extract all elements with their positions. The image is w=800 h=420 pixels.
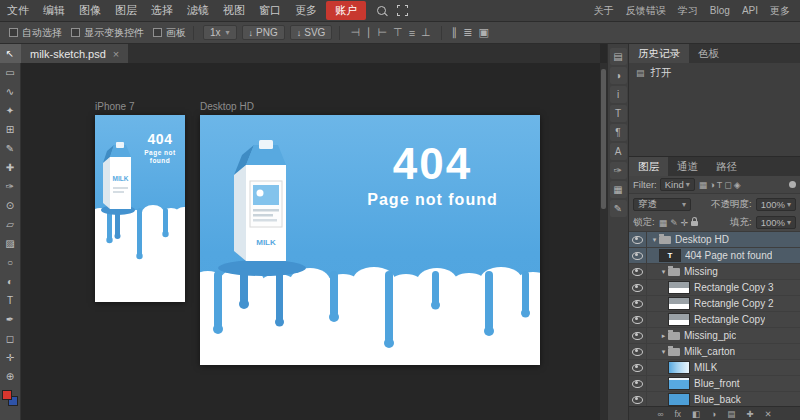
lock-position-icon[interactable]: ✛ bbox=[681, 218, 689, 228]
tab-channels[interactable]: 通道 bbox=[668, 157, 707, 176]
visibility-toggle[interactable] bbox=[629, 232, 647, 247]
visibility-toggle[interactable] bbox=[629, 344, 647, 359]
menu-item[interactable]: 滤镜 bbox=[180, 3, 216, 18]
align-right-icon[interactable]: ⊢ bbox=[374, 26, 390, 39]
layer-row[interactable]: Rectangle Copy 3 bbox=[629, 280, 800, 296]
align-middle-icon[interactable]: ≡ bbox=[406, 27, 418, 39]
color-swatches[interactable] bbox=[2, 390, 18, 406]
eyedropper-tool[interactable]: ✎ bbox=[0, 139, 21, 158]
visibility-toggle[interactable] bbox=[629, 248, 647, 263]
menu-item[interactable]: 文件 bbox=[0, 3, 36, 18]
expand-group-icon[interactable]: ▸ bbox=[659, 332, 668, 340]
blend-mode-select[interactable]: 穿透 ▾ bbox=[633, 198, 691, 211]
link-layers-icon[interactable]: ∞ bbox=[656, 409, 664, 419]
adjustments-panel-icon[interactable]: ◑ bbox=[610, 67, 627, 84]
align-left-icon[interactable]: ⊣ bbox=[347, 26, 363, 39]
new-layer-icon[interactable]: ✚ bbox=[745, 409, 754, 419]
visibility-toggle[interactable] bbox=[629, 296, 647, 311]
layer-thumbnail[interactable] bbox=[668, 377, 690, 390]
adjustment-layer-icon[interactable]: ◑ bbox=[710, 409, 717, 419]
fullscreen-icon[interactable] bbox=[397, 5, 408, 16]
history-entry[interactable]: ▤打开 bbox=[629, 63, 800, 83]
add-mask-icon[interactable]: ◧ bbox=[691, 409, 701, 419]
layer-style-icon[interactable]: fx bbox=[673, 409, 682, 419]
zoom-tool[interactable]: ⊕ bbox=[0, 367, 21, 386]
lock-pixels-icon[interactable]: ✎ bbox=[670, 218, 678, 228]
visibility-toggle[interactable] bbox=[629, 392, 647, 406]
collapse-group-icon[interactable]: ▾ bbox=[659, 268, 668, 276]
artboard-label[interactable]: Desktop HD bbox=[200, 101, 254, 112]
brush-tool[interactable]: ✑ bbox=[0, 177, 21, 196]
new-group-icon[interactable]: ▤ bbox=[726, 409, 736, 419]
paragraph-panel-icon[interactable]: ¶ bbox=[610, 124, 627, 141]
align-top-icon[interactable]: ⊤ bbox=[390, 26, 406, 39]
lasso-tool[interactable]: ∿ bbox=[0, 82, 21, 101]
tab-swatches[interactable]: 色板 bbox=[689, 44, 728, 63]
menubar-link[interactable]: 关于 bbox=[588, 4, 620, 18]
marquee-select-tool[interactable]: ▭ bbox=[0, 63, 21, 82]
option-checkbox[interactable]: 画板 bbox=[153, 26, 186, 40]
menu-item[interactable]: 选择 bbox=[144, 3, 180, 18]
menubar-link[interactable]: 学习 bbox=[672, 4, 704, 18]
glyphs-panel-icon[interactable]: A bbox=[610, 143, 627, 160]
opacity-select[interactable]: 100% ▾ bbox=[756, 198, 796, 211]
tab-paths[interactable]: 路径 bbox=[707, 157, 746, 176]
distribute-vertical-icon[interactable]: ≣ bbox=[460, 26, 475, 39]
scale-select[interactable]: 1x ▾ bbox=[203, 25, 237, 40]
crop-tool[interactable]: ⊞ bbox=[0, 120, 21, 139]
option-checkbox[interactable]: 自动选择 bbox=[9, 26, 62, 40]
notes-panel-icon[interactable]: ✎ bbox=[610, 200, 627, 217]
layer-row[interactable]: ▾Missing bbox=[629, 264, 800, 280]
checkbox-icon[interactable] bbox=[71, 28, 80, 37]
visibility-toggle[interactable] bbox=[629, 264, 647, 279]
visibility-toggle[interactable] bbox=[629, 328, 647, 343]
option-checkbox[interactable]: 显示变换控件 bbox=[71, 26, 144, 40]
character-panel-icon[interactable]: T bbox=[610, 105, 627, 122]
arrange-icon[interactable]: ▣ bbox=[475, 26, 491, 39]
align-bottom-icon[interactable]: ⊥ bbox=[418, 26, 434, 39]
tab-layers[interactable]: 图层 bbox=[629, 157, 668, 176]
layer-thumbnail[interactable] bbox=[668, 393, 690, 406]
distribute-horizontal-icon[interactable]: ∥ bbox=[449, 26, 461, 39]
gradient-tool[interactable]: ▨ bbox=[0, 234, 21, 253]
fill-select[interactable]: 100% ▾ bbox=[756, 216, 796, 229]
visibility-toggle[interactable] bbox=[629, 376, 647, 391]
blur-tool[interactable]: ○ bbox=[0, 253, 21, 272]
layer-thumbnail[interactable] bbox=[668, 313, 690, 326]
layer-row[interactable]: ▾Desktop HD bbox=[629, 232, 800, 248]
export-svg-button[interactable]: ↓SVG bbox=[290, 25, 333, 40]
menu-item[interactable]: 图像 bbox=[72, 3, 108, 18]
account-button[interactable]: 账户 bbox=[326, 1, 366, 20]
clone-stamp-tool[interactable]: ⊙ bbox=[0, 196, 21, 215]
canvas-vertical-scrollbar[interactable] bbox=[600, 63, 607, 420]
document-tab[interactable]: milk-sketch.psd × bbox=[21, 44, 128, 63]
layer-row[interactable]: Blue_back bbox=[629, 392, 800, 406]
menu-item[interactable]: 窗口 bbox=[252, 3, 288, 18]
layer-row[interactable]: Rectangle Copy 2 bbox=[629, 296, 800, 312]
type-tool[interactable]: T bbox=[0, 291, 21, 310]
info-panel-icon[interactable]: i bbox=[610, 86, 627, 103]
filter-type-icon[interactable]: T bbox=[716, 180, 724, 190]
menubar-link[interactable]: API bbox=[736, 5, 764, 16]
filter-smart-icon[interactable]: ◈ bbox=[733, 180, 742, 190]
layer-row[interactable]: ▸Missing_pic bbox=[629, 328, 800, 344]
filter-adjustment-icon[interactable]: ◑ bbox=[708, 180, 715, 190]
menubar-link[interactable]: 反馈错误 bbox=[620, 4, 672, 18]
align-center-icon[interactable]: ∣ bbox=[363, 26, 375, 39]
swatches-panel-icon[interactable]: ▦ bbox=[610, 181, 627, 198]
menubar-link[interactable]: Blog bbox=[704, 5, 736, 16]
properties-panel-icon[interactable]: ▤ bbox=[610, 48, 627, 65]
checkbox-icon[interactable] bbox=[9, 28, 18, 37]
collapse-group-icon[interactable]: ▾ bbox=[659, 348, 668, 356]
shape-tool[interactable]: ◻ bbox=[0, 329, 21, 348]
tab-history[interactable]: 历史记录 bbox=[629, 44, 689, 63]
artboard-label[interactable]: iPhone 7 bbox=[95, 101, 134, 112]
layer-thumbnail[interactable]: T bbox=[659, 249, 681, 262]
layer-thumbnail[interactable] bbox=[668, 297, 690, 310]
magic-wand-tool[interactable]: ✦ bbox=[0, 101, 21, 120]
filter-toggle[interactable] bbox=[789, 181, 796, 188]
filter-kind-select[interactable]: Kind ▾ bbox=[660, 178, 695, 191]
brush-panel-icon[interactable]: ✑ bbox=[610, 162, 627, 179]
layer-row[interactable]: MILK bbox=[629, 360, 800, 376]
layer-row[interactable]: Blue_front bbox=[629, 376, 800, 392]
